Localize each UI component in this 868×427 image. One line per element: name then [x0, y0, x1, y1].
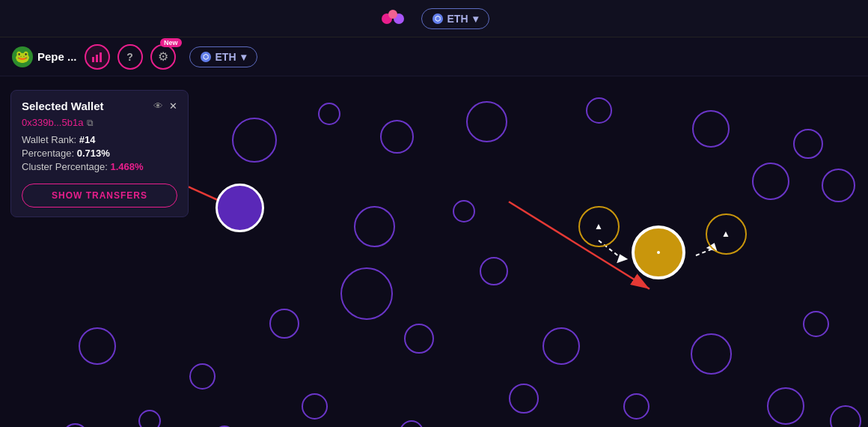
help-button[interactable]: ?	[117, 44, 143, 70]
bubble-b12[interactable]	[752, 163, 789, 200]
svg-rect-3	[92, 57, 94, 62]
hide-icon[interactable]: 👁	[153, 100, 163, 112]
svg-marker-12	[614, 252, 628, 264]
bubble-b2[interactable]	[318, 103, 340, 125]
info-panel-actions: 👁 ✕	[153, 100, 177, 112]
bubble-b3[interactable]	[380, 120, 414, 154]
toolbar: 🐸 Pepe ... ? ⚙ New ⬡ ETH ▾	[0, 37, 868, 76]
bubble-b25[interactable]	[138, 410, 161, 427]
chart-icon	[91, 51, 103, 63]
bubble-b28[interactable]	[623, 393, 650, 420]
info-panel-title: Selected Wallet	[22, 100, 103, 112]
bubble-b15[interactable]	[480, 257, 508, 285]
wallet-address: 0x339b...5b1a ⧉	[22, 117, 177, 128]
bubble-b10[interactable]	[354, 206, 395, 247]
eth-network-button-nav[interactable]: ⬡ ETH ▾	[421, 8, 489, 29]
svg-point-2	[388, 10, 397, 19]
svg-rect-5	[100, 52, 102, 62]
info-panel-header: Selected Wallet 👁 ✕	[22, 100, 177, 112]
bubble-b33[interactable]	[830, 405, 861, 427]
info-panel: Selected Wallet 👁 ✕ 0x339b...5b1a ⧉ Wall…	[10, 90, 189, 217]
help-icon: ?	[126, 51, 133, 63]
bubble-b19[interactable]	[79, 327, 116, 365]
address-text: 0x339b...5b1a	[22, 117, 83, 128]
svg-line-9	[509, 202, 650, 289]
bubble-b5[interactable]	[586, 97, 612, 124]
wallet-name-display: 🐸 Pepe ...	[12, 46, 77, 67]
percentage-value: 0.713%	[77, 148, 110, 159]
bubble-b27[interactable]	[509, 384, 539, 414]
rank-row: Wallet Rank: #14	[22, 134, 177, 145]
navbar: ⬡ ETH ▾	[0, 0, 868, 37]
logo-icon	[379, 5, 406, 32]
eth-dot-toolbar: ⬡	[201, 52, 211, 62]
bubble-b7[interactable]	[793, 129, 823, 159]
bubble-b8[interactable]	[822, 169, 855, 202]
svg-rect-4	[96, 55, 98, 62]
bubble-b21[interactable]	[404, 324, 434, 354]
eth-network-button-toolbar[interactable]: ⬡ ETH ▾	[189, 46, 257, 67]
settings-icon: ⚙	[158, 49, 168, 64]
settings-button[interactable]: ⚙ New	[150, 44, 176, 70]
new-badge: New	[160, 38, 182, 47]
rank-value: #14	[79, 134, 96, 145]
bubble-b30[interactable]	[62, 423, 88, 428]
wallet-avatar: 🐸	[12, 46, 33, 67]
bubble-b9[interactable]	[216, 184, 264, 232]
bubble-b14[interactable]	[340, 267, 393, 320]
chart-button[interactable]	[85, 44, 110, 70]
bubble-b20[interactable]	[189, 363, 216, 390]
cluster-label: Cluster Percentage:	[22, 161, 108, 172]
copy-address-icon[interactable]: ⧉	[87, 118, 94, 128]
eth-label-nav: ETH	[447, 13, 468, 25]
eth-label-toolbar: ETH	[216, 51, 236, 63]
bubble-b17[interactable]	[632, 225, 685, 279]
close-icon[interactable]: ✕	[169, 100, 177, 112]
eth-dropdown-icon-toolbar: ▾	[241, 51, 246, 63]
bubble-b18[interactable]: ▲	[706, 214, 747, 255]
percentage-row: Percentage: 0.713%	[22, 148, 177, 159]
bubble-b16[interactable]: ▲	[578, 206, 620, 247]
bubble-b4[interactable]	[466, 101, 507, 142]
bubble-b22[interactable]	[542, 327, 580, 365]
eth-dot-nav: ⬡	[433, 13, 443, 24]
bubble-b24[interactable]	[803, 311, 829, 337]
cluster-row: Cluster Percentage: 1.468%	[22, 161, 177, 172]
cluster-value: 1.468%	[111, 161, 144, 172]
rank-label: Wallet Rank:	[22, 134, 76, 145]
bubble-b29[interactable]	[767, 387, 804, 425]
eth-dropdown-icon-nav: ▾	[473, 13, 478, 25]
bubble-b1[interactable]	[232, 118, 277, 163]
bubble-b11[interactable]	[453, 200, 475, 222]
percentage-label: Percentage:	[22, 148, 74, 159]
wallet-label: Pepe ...	[37, 50, 77, 63]
show-transfers-button[interactable]: SHOW TRANSFERS	[22, 184, 177, 208]
bubble-b13[interactable]	[269, 309, 299, 339]
bubble-b6[interactable]	[692, 110, 730, 148]
bubble-b32[interactable]	[400, 420, 424, 427]
bubble-b26[interactable]	[302, 393, 328, 420]
bubble-b23[interactable]	[691, 333, 732, 375]
